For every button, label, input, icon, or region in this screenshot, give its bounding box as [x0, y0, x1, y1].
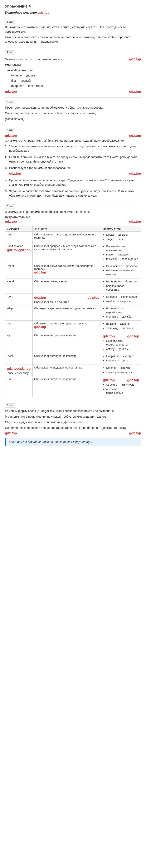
- meaning-cell: Обозначает деятеля, чаще всего прибавляе…: [32, 232, 101, 243]
- step6-intro: Изменим форму слова (arrange) так, чтобы…: [5, 409, 141, 413]
- gdz-logo: gdz.top: [19, 248, 31, 252]
- example-item: Partnership — партнёрство;: [106, 307, 139, 314]
- step6-label: 6 шаг: [5, 403, 15, 408]
- table-row: -ity Обозначает абстрактное понятие gdz.…: [5, 332, 141, 353]
- table-row: -er/or Обозначает деятеля, чаще всего пр…: [5, 232, 141, 243]
- suffix-cell: -ity: [5, 332, 33, 353]
- gdz-row-suffix: gdz.top gdz.top: [7, 367, 31, 371]
- example-item: Defence — защита;: [106, 366, 139, 370]
- step5-subheader: Существительные: [5, 215, 141, 218]
- step6-text1: Мы видим, что в предложении по смыслу тр…: [5, 414, 141, 419]
- step3-intro: Прочитаем предложение, при необходимости…: [5, 105, 141, 110]
- gdz-row-in-cell: gdz.top gdz.top: [7, 248, 31, 252]
- wordlist-item: first — первый: [7, 79, 141, 83]
- meaning-cell: Обозначает объединение: [32, 278, 101, 294]
- gdz-logo-right: gdz.top: [129, 431, 141, 435]
- step3-label: 3 шаг: [5, 100, 15, 104]
- wordlist-title: WORDLIST: [5, 63, 141, 66]
- suffix-cell: -ing: [5, 321, 33, 332]
- gdz-logo: gdz.top: [87, 296, 99, 300]
- example-item: activity — занятие: [106, 347, 139, 351]
- gdz-logo-left: gdz.top: [5, 90, 17, 94]
- examples-cell: Kingdom — королевство; wisdom — мудрость: [101, 294, 141, 305]
- example-item: swimming — плавание: [106, 326, 139, 330]
- examples-cell: gdz.top gdz.top Responsibility — ответст…: [101, 332, 141, 353]
- divider2: [5, 48, 141, 48]
- step2-intro: Знакомимся со списком полезной лексики: [5, 58, 62, 61]
- gdz-logo: gdz.top: [103, 378, 115, 382]
- page-title: Упражнение 4: [5, 4, 141, 8]
- table-row: -ship Образует существительные от сущест…: [5, 305, 141, 321]
- gdz-logo-left: gdz.top: [5, 431, 17, 435]
- example-item: neighbourhood — соседство: [106, 284, 139, 291]
- step5-intro: Знакомимся с правилами словообразования …: [5, 210, 141, 214]
- suffix-cell: -ion/tion/ation gdz.top gdz.top: [5, 243, 33, 263]
- example-item: Doctor — доктор;: [106, 233, 139, 237]
- gdz-note: gdz.top: [34, 325, 100, 329]
- step4-rules: 1 Убедись, что понимаешь значение всех с…: [5, 144, 141, 198]
- gdz-logo: gdz.top: [7, 248, 19, 252]
- rule-item: 4 Проверь образованное слово по словарю.…: [5, 178, 141, 187]
- step1-section: 1 шаг Внимательно прочитаем задание, что…: [5, 20, 141, 44]
- rule-item: 5 Задания на словообразование показывают…: [5, 189, 141, 198]
- meaning-cell: Обозначает результат действия, прибавляе…: [32, 263, 101, 278]
- gdz-logo-right: gdz.top: [129, 90, 141, 94]
- gdz-logo: gdz.top: [34, 325, 46, 329]
- table-header-row: Суффикс Значение Пример слов: [5, 226, 141, 232]
- subtitle-text: Подробное решение: [5, 11, 37, 14]
- gdz-logo: gdz.top: [103, 335, 115, 338]
- step6-gdz-row: gdz.top gdz.top: [5, 431, 141, 435]
- step5-section: 5 шаг Знакомимся с правилами словообразо…: [5, 204, 141, 397]
- suffix-cell: -dom: [5, 294, 33, 305]
- meaning-cell: Обозначает процесс или его результат; об…: [32, 243, 101, 263]
- step5-gdz-row1: gdz.top gdz.top: [5, 220, 141, 223]
- divider3: [5, 97, 141, 98]
- step4-gdz-right: gdz.top: [129, 134, 141, 138]
- suffix-cell: -ship: [5, 305, 33, 321]
- rule-num: 3: [5, 166, 7, 170]
- example-item: friendship — дружба: [106, 315, 139, 318]
- divider6: [5, 401, 141, 401]
- step4-gdz-row: gdz.top gdz.top: [5, 134, 141, 138]
- suffix-cell: -ness: [5, 353, 33, 365]
- word-formation-table: Суффикс Значение Пример слов -er/or Обоз…: [5, 226, 141, 397]
- table-row: -ment Обозначает результат действия, при…: [5, 263, 141, 278]
- step4-section: 4 шаг gdz.top gdz.top Ознакомимся с прав…: [5, 128, 141, 198]
- step3-hint: (Появляться.): [5, 117, 141, 121]
- step1-intro: Внимательно прочитаем задание, чтобы пон…: [5, 25, 141, 34]
- meaning-cell: Образует отглагольные существительные gd…: [32, 321, 101, 332]
- example-item: Kingdom — королевство;: [106, 295, 139, 299]
- divider5: [5, 202, 141, 202]
- example-item: vacancy — вакансия: [106, 370, 139, 374]
- meaning-cell: Образует существительные от существитель…: [32, 305, 101, 321]
- rule-text: Задания на словообразование показывают в…: [9, 189, 134, 197]
- col-suffix: Суффикс: [5, 226, 33, 232]
- table-row: gdz.top gdz.top -ance/-ence/-ency Обозна…: [5, 365, 141, 376]
- example-item: Happiness — счастье;: [106, 354, 139, 358]
- example-item: sadness — грусть: [106, 359, 139, 363]
- meaning-cell: Обозначает абстрактное понятие: [32, 353, 101, 365]
- page-subtitle: Подробное решение gdz.top: [5, 11, 141, 14]
- col-meaning: Значение: [32, 226, 101, 232]
- step6-text2: Образуем существительное при помощи суфф…: [5, 420, 141, 425]
- example-item: Presentation — презентация;: [106, 244, 139, 252]
- table-row: -hood Обозначает объединение Brotherhood…: [5, 278, 141, 294]
- gdz-logo: gdz.top: [127, 378, 139, 382]
- gdz-logo: gdz.top: [34, 271, 46, 274]
- meaning-text: Образует отглагольные существительные: [34, 322, 87, 325]
- divider: [5, 17, 141, 17]
- suffix-text: -ance/-ence/-ency: [7, 371, 31, 375]
- meaning-text: Обозначает результат действия, прибавляе…: [34, 264, 100, 271]
- examples-cell: Doctor — доктор; singer — певец: [101, 232, 141, 243]
- example-item: television — телевидение: [106, 257, 139, 261]
- suffix-cell: gdz.top gdz.top -ance/-ence/-ency: [5, 365, 33, 376]
- gdz-row-meaning: gdz.top gdz.top: [34, 296, 100, 300]
- step2-gdz: gdz.top: [129, 57, 141, 61]
- rule-num: 5: [5, 189, 7, 193]
- gdz-logo: gdz.top: [5, 220, 17, 223]
- examples-cell: Defence — защита; vacancy — вакансия: [101, 365, 141, 376]
- example-item: retirement — выход на пенсию: [106, 269, 139, 276]
- gdz-row: gdz.top gdz.top: [103, 378, 139, 382]
- examples-cell: Happiness — счастье; sadness — грусть: [101, 353, 141, 365]
- col-examples: Пример слов: [101, 226, 141, 232]
